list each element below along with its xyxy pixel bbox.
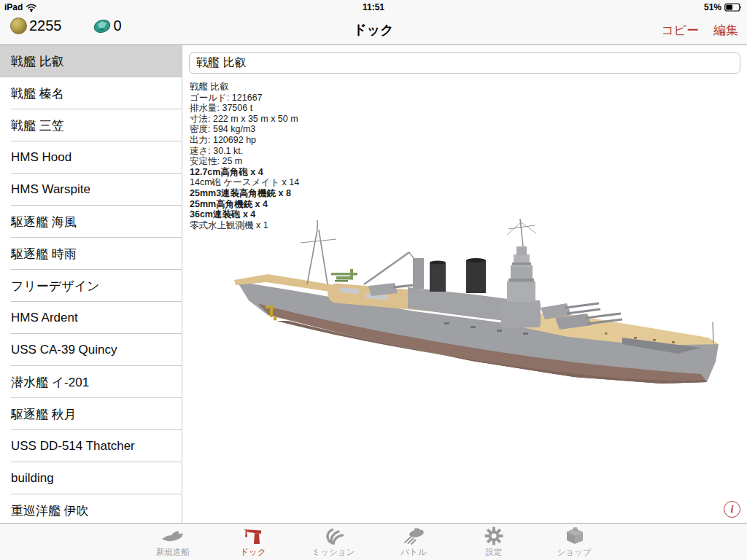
tab-dock[interactable]: ドック bbox=[213, 524, 293, 560]
ship-list-item[interactable]: 駆逐艦 秋月 bbox=[0, 398, 182, 430]
tab-shop[interactable]: ショップ bbox=[534, 524, 614, 560]
info-button[interactable]: i bbox=[724, 501, 740, 518]
ship-list: 戦艦 比叡 戦艦 榛名 戦艦 三笠 HMS Hood HMS Warspite … bbox=[0, 45, 182, 523]
battle-ship-icon bbox=[402, 526, 425, 546]
seaplane bbox=[331, 269, 357, 282]
copy-button[interactable]: コピー bbox=[661, 22, 699, 39]
tab-new-ship[interactable]: 新規造船 bbox=[133, 524, 213, 560]
ship-list-item[interactable]: HMS Hood bbox=[0, 141, 182, 174]
header: iPad 11:51 51% 2255 bbox=[0, 0, 747, 45]
ship-list-item[interactable]: HMS Warspite bbox=[0, 174, 182, 206]
ship-list-item[interactable]: 戦艦 榛名 bbox=[0, 77, 182, 109]
tab-mission[interactable]: ミッション bbox=[293, 524, 374, 560]
battery-percent: 51% bbox=[704, 2, 721, 12]
status-bar: iPad 11:51 51% bbox=[0, 0, 747, 15]
nav-bar: 2255 0 ドック コピー 編集 bbox=[0, 15, 747, 45]
ship-list-item[interactable]: 潜水艦 イ-201 bbox=[0, 366, 182, 398]
shop-bag-icon bbox=[562, 526, 586, 546]
settings-gear-icon bbox=[484, 526, 504, 546]
ship-list-item[interactable]: 戦艦 比叡 bbox=[0, 45, 182, 77]
tab-battle[interactable]: バトル bbox=[374, 524, 454, 560]
dock-crane-icon bbox=[241, 526, 265, 546]
ship-list-item[interactable]: building bbox=[0, 462, 182, 494]
ship-list-item[interactable]: 駆逐艦 時雨 bbox=[0, 238, 182, 270]
ship-list-item[interactable]: 重巡洋艦 伊吹 bbox=[0, 494, 182, 523]
battery-icon bbox=[724, 3, 743, 12]
ship-3d-view[interactable] bbox=[225, 214, 740, 423]
ship-list-item[interactable]: 戦艦 三笠 bbox=[0, 109, 182, 141]
ship-list-item[interactable]: HMS Ardent bbox=[0, 302, 182, 334]
mission-claw-icon bbox=[322, 526, 345, 546]
tab-settings[interactable]: 設定 bbox=[454, 524, 534, 560]
ship-list-item[interactable]: フリーデザイン bbox=[0, 270, 182, 302]
clock: 11:51 bbox=[0, 2, 747, 12]
ship-stats: 戦艦 比叡 ゴールド: 121667 排水量: 37506 t 寸法: 222 … bbox=[190, 82, 299, 230]
new-ship-icon bbox=[161, 526, 185, 546]
ship-detail-panel: 戦艦 比叡 ゴールド: 121667 排水量: 37506 t 寸法: 222 … bbox=[183, 45, 747, 523]
ship-list-item[interactable]: USS DD-514 Thatcher bbox=[0, 430, 182, 462]
tab-bar: 新規造船 ドック ミッション bbox=[0, 523, 747, 560]
page-title: ドック bbox=[0, 21, 747, 39]
ship-name-input[interactable] bbox=[189, 52, 740, 74]
app-screen: iPad 11:51 51% 2255 bbox=[0, 0, 747, 560]
edit-button[interactable]: 編集 bbox=[713, 22, 738, 39]
ship-list-item[interactable]: 駆逐艦 海風 bbox=[0, 206, 182, 238]
ship-list-item[interactable]: USS CA-39 Quincy bbox=[0, 334, 182, 366]
